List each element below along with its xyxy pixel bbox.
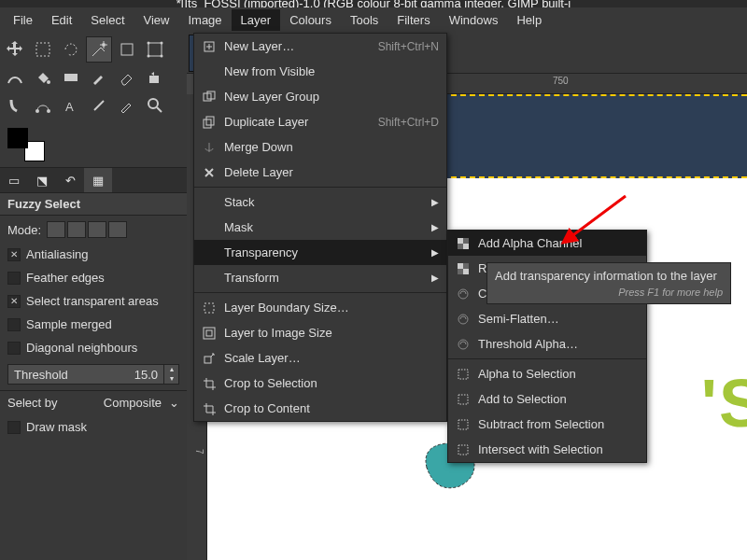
menu-tools[interactable]: Tools bbox=[341, 9, 388, 31]
layer-item-5[interactable]: Delete Layer bbox=[194, 160, 446, 185]
svg-rect-29 bbox=[463, 269, 469, 274]
color-swatch[interactable] bbox=[7, 128, 45, 161]
threshold-slider[interactable]: Threshold15.0▴▾ bbox=[7, 364, 179, 385]
bucket-tool[interactable] bbox=[30, 64, 56, 91]
layer-item-1[interactable]: New from Visible bbox=[194, 59, 446, 84]
blank-icon bbox=[202, 64, 217, 79]
gegl-icon bbox=[456, 287, 471, 301]
svg-point-8 bbox=[47, 80, 50, 84]
svg-point-4 bbox=[148, 42, 150, 45]
brush-tool[interactable] bbox=[86, 64, 112, 91]
layer-item-12[interactable]: Layer Boundary Size… bbox=[194, 295, 446, 320]
menu-view[interactable]: View bbox=[134, 9, 179, 31]
drawmask-label: Draw mask bbox=[26, 420, 87, 434]
rect-select-tool[interactable] bbox=[30, 36, 56, 63]
menu-edit[interactable]: Edit bbox=[42, 9, 81, 31]
zoom-tool[interactable] bbox=[142, 92, 168, 119]
transform-tool[interactable] bbox=[142, 36, 168, 63]
sel-icon bbox=[456, 392, 471, 407]
svg-point-5 bbox=[161, 42, 163, 45]
svg-rect-30 bbox=[463, 263, 469, 269]
layer-item-16[interactable]: Crop to Content bbox=[194, 396, 446, 421]
canvas-text: 'S bbox=[701, 365, 747, 441]
drawmask-checkbox[interactable] bbox=[7, 421, 21, 434]
transparency-item-0[interactable]: Add Alpha Channel bbox=[448, 231, 646, 256]
merged-label: Sample merged bbox=[26, 317, 112, 331]
picker-tool[interactable] bbox=[114, 92, 140, 119]
menu-image[interactable]: Image bbox=[178, 9, 231, 31]
gradient-tool[interactable] bbox=[58, 64, 84, 91]
menu-colours[interactable]: Colours bbox=[280, 9, 341, 31]
tool-options-title: Fuzzy Select bbox=[0, 193, 187, 216]
scale-icon bbox=[202, 351, 217, 366]
heal-tool[interactable] bbox=[86, 92, 112, 119]
warp-tool[interactable] bbox=[2, 64, 28, 91]
layer-item-9[interactable]: Transparency▶ bbox=[194, 240, 446, 265]
clone-tool[interactable] bbox=[142, 64, 168, 91]
submenu-arrow-icon: ▶ bbox=[431, 197, 439, 207]
toolbox: A bbox=[0, 33, 187, 122]
free-select-tool[interactable] bbox=[58, 36, 84, 63]
crop-tool[interactable] bbox=[114, 36, 140, 63]
diag-label: Diagonal neighbours bbox=[26, 341, 137, 355]
svg-rect-19 bbox=[206, 117, 214, 125]
sel-icon bbox=[456, 367, 471, 382]
tool-options: Mode: Antialiasing Feather edges Select … bbox=[0, 216, 187, 390]
tooltip-hint: Press F1 for more help bbox=[495, 287, 723, 298]
anchor-icon bbox=[202, 140, 217, 155]
move-tool[interactable] bbox=[2, 36, 28, 63]
svg-rect-27 bbox=[458, 244, 463, 249]
layer-item-13[interactable]: Layer to Image Size bbox=[194, 320, 446, 345]
transparency-item-9[interactable]: Intersect with Selection bbox=[448, 437, 646, 462]
bound-icon bbox=[202, 301, 217, 315]
mode-label: Mode: bbox=[7, 223, 41, 237]
path-tool[interactable] bbox=[30, 92, 56, 119]
svg-text:A: A bbox=[65, 100, 74, 114]
menu-select[interactable]: Select bbox=[81, 9, 134, 31]
menu-layer[interactable]: Layer bbox=[232, 9, 281, 31]
menu-windows[interactable]: Windows bbox=[440, 9, 508, 31]
svg-point-1 bbox=[102, 43, 106, 47]
transparency-item-8[interactable]: Subtract from Selection bbox=[448, 412, 646, 437]
gegl-icon bbox=[456, 337, 471, 352]
tab-brush[interactable]: ⬔ bbox=[28, 168, 56, 192]
diag-checkbox[interactable] bbox=[7, 342, 21, 355]
svg-rect-2 bbox=[121, 44, 133, 55]
layer-item-7[interactable]: Stack▶ bbox=[194, 189, 446, 215]
fuzzy-select-tool[interactable] bbox=[86, 36, 112, 63]
del-icon bbox=[202, 165, 217, 180]
layer-item-3[interactable]: Duplicate LayerShift+Ctrl+D bbox=[194, 109, 446, 134]
menu-file[interactable]: File bbox=[4, 9, 42, 31]
dock-tabs: ▭ ⬔ ↶ ▦ bbox=[0, 167, 187, 193]
merged-checkbox[interactable] bbox=[7, 318, 21, 331]
svg-rect-10 bbox=[149, 76, 159, 83]
layer-item-14[interactable]: Scale Layer… bbox=[194, 345, 446, 371]
svg-rect-20 bbox=[204, 303, 214, 313]
layer-item-10[interactable]: Transform▶ bbox=[194, 265, 446, 290]
tab-device[interactable]: ▭ bbox=[0, 168, 28, 192]
mode-selector[interactable] bbox=[47, 221, 127, 238]
antialias-checkbox[interactable] bbox=[7, 248, 21, 261]
menu-filters[interactable]: Filters bbox=[388, 9, 439, 31]
layer-item-0[interactable]: New Layer…Shift+Ctrl+N bbox=[194, 34, 446, 59]
feather-checkbox[interactable] bbox=[7, 272, 21, 285]
tab-tool-options[interactable]: ▦ bbox=[84, 168, 112, 192]
eraser-tool[interactable] bbox=[114, 64, 140, 91]
text-tool[interactable]: A bbox=[58, 92, 84, 119]
layer-item-2[interactable]: New Layer Group bbox=[194, 84, 446, 109]
sel-icon bbox=[456, 417, 471, 432]
tab-history[interactable]: ↶ bbox=[56, 168, 84, 192]
select-by-row[interactable]: Select byComposite⌄ bbox=[0, 390, 187, 414]
menubar: FileEditSelectViewImageLayerColoursTools… bbox=[0, 7, 747, 33]
menu-help[interactable]: Help bbox=[507, 9, 551, 31]
transparent-checkbox[interactable] bbox=[7, 295, 21, 308]
tooltip: Add transparency information to the laye… bbox=[486, 262, 731, 304]
gegl-icon bbox=[456, 312, 471, 327]
svg-rect-21 bbox=[204, 328, 215, 339]
svg-rect-36 bbox=[458, 395, 468, 404]
transparency-item-6[interactable]: Alpha to Selection bbox=[448, 361, 646, 386]
layer-item-15[interactable]: Crop to Selection bbox=[194, 371, 446, 396]
layer-item-8[interactable]: Mask▶ bbox=[194, 215, 446, 240]
transparency-item-7[interactable]: Add to Selection bbox=[448, 386, 646, 412]
smudge-tool[interactable] bbox=[2, 92, 28, 119]
